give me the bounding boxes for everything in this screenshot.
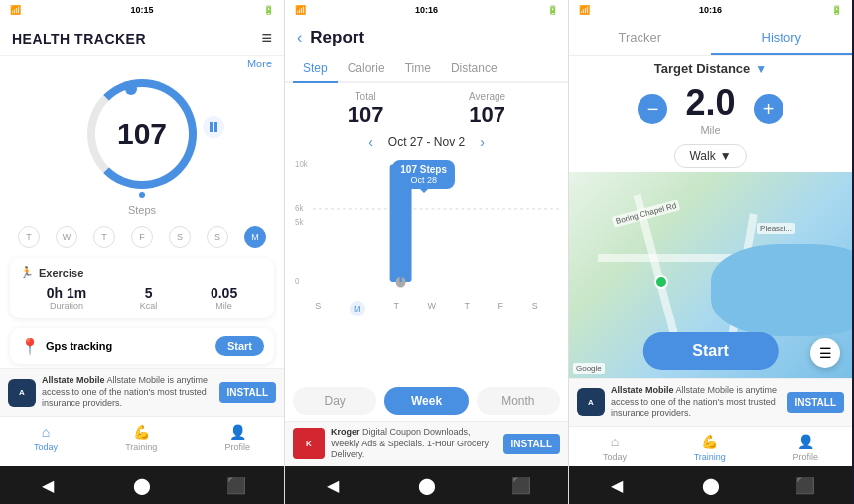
total-stat: Total 107 (348, 91, 384, 128)
screen-2: ‹ Report Step Calorie Time Distance Tota… (285, 20, 568, 466)
distance-unit: Mile (685, 124, 735, 136)
svg-rect-0 (210, 122, 213, 132)
ad-text-3: Allstate Mobile Allstate Mobile is anyti… (611, 385, 782, 420)
gps-start-button[interactable]: Start (215, 336, 264, 356)
home-nav-3[interactable]: ⬤ (697, 471, 725, 499)
exercise-stats: 0h 1m Duration 5 Kcal 0.05 Mile (20, 285, 264, 311)
day-btn[interactable]: Day (293, 387, 376, 415)
steps-label: Steps (128, 204, 156, 216)
signal-icon-2: 📶 (295, 5, 306, 15)
back-nav-1[interactable]: ◀ (34, 471, 62, 499)
chart-area: 107 Steps Oct 28 10k 6k 5k 0 S M (285, 152, 568, 381)
tab-calorie[interactable]: Calorie (338, 56, 395, 81)
prev-date-arrow[interactable]: ‹ (368, 134, 373, 150)
back-nav-2[interactable]: ◀ (319, 471, 347, 499)
back-nav-3[interactable]: ◀ (603, 471, 631, 499)
dropdown-icon[interactable]: ▼ (755, 63, 767, 76)
tab-today-3[interactable]: ⌂ Today (603, 433, 627, 462)
p1-header: HEALTH TRACKER ≡ (0, 20, 284, 56)
status-right-1: 🔋 (263, 5, 274, 15)
phone-1: 📶 10:15 🔋 HEALTH TRACKER ≡ More 107 Step… (0, 0, 284, 504)
tab-time[interactable]: Time (395, 56, 441, 81)
plus-button[interactable]: + (754, 94, 783, 124)
bottom-tabs-3: ⌂ Today 💪 Training 👤 Profile (569, 426, 852, 466)
date-nav: ‹ Oct 27 - Nov 2 › (285, 132, 568, 152)
chart-tooltip: 107 Steps Oct 28 (392, 160, 455, 189)
tab-profile-1[interactable]: 👤 Profile (224, 423, 250, 452)
nav-bar-3: ◀ ⬤ ⬛ (569, 466, 852, 504)
day-w-label: W (427, 301, 436, 316)
signal-icon-3: 📶 (579, 5, 590, 15)
month-btn[interactable]: Month (477, 387, 560, 415)
exercise-card: 🏃 Exercise 0h 1m Duration 5 Kcal 0.05 Mi… (10, 258, 274, 318)
map-water (711, 244, 853, 337)
time-3: 10:16 (699, 5, 722, 15)
pause-button[interactable] (203, 116, 224, 138)
profile-icon-3: 👤 (796, 433, 814, 450)
target-label: Target Distance (654, 62, 751, 76)
tab-training-3[interactable]: 💪 Training (694, 433, 726, 462)
status-bar-2: 📶 10:16 🔋 (285, 0, 568, 20)
report-tabs: Step Calorie Time Distance (285, 56, 568, 83)
install-button-3[interactable]: INSTALL (787, 392, 844, 413)
dot-indicator (139, 192, 145, 198)
menu-icon[interactable]: ≡ (261, 28, 272, 49)
day-S2[interactable]: S (207, 226, 228, 248)
tab-training-1[interactable]: 💪 Training (125, 423, 157, 452)
status-left-3: 📶 (579, 5, 590, 15)
next-date-arrow[interactable]: › (480, 134, 485, 150)
walk-button[interactable]: Walk ▼ (674, 144, 746, 168)
day-t-label-2: T (465, 301, 471, 316)
chart-x-labels: S M T W T F S (293, 299, 560, 318)
map-area: Boring Chapel Rd Pleasai... Start ☰ Goog… (569, 172, 852, 378)
install-button-2[interactable]: INSTALL (503, 434, 560, 454)
recent-nav-3[interactable]: ⬛ (791, 471, 819, 499)
days-row: T W T F S S M (0, 222, 284, 252)
battery-icon-3: 🔋 (831, 5, 842, 15)
tab-step[interactable]: Step (293, 56, 338, 81)
home-nav-1[interactable]: ⬤ (128, 471, 156, 499)
day-m-label: M (350, 301, 365, 316)
day-S1[interactable]: S (169, 226, 191, 248)
day-T2[interactable]: T (93, 226, 115, 248)
google-badge: Google (573, 363, 605, 374)
day-F[interactable]: F (131, 226, 153, 248)
history-tab[interactable]: History (711, 20, 853, 55)
home-icon-1: ⌂ (37, 423, 55, 441)
ad-logo-1: A (8, 379, 36, 407)
start-button-3[interactable]: Start (642, 332, 778, 370)
tab-distance[interactable]: Distance (441, 56, 507, 81)
day-W[interactable]: W (56, 226, 77, 248)
svg-text:6k: 6k (295, 203, 304, 213)
steps-ring: 107 (87, 79, 197, 189)
day-M[interactable]: M (244, 226, 266, 248)
svg-text:10k: 10k (295, 158, 309, 168)
day-T1[interactable]: T (18, 226, 40, 248)
bottom-tabs-1: ⌂ Today 💪 Training 👤 Profile (0, 416, 284, 456)
back-button-2[interactable]: ‹ (297, 29, 302, 47)
svg-rect-1 (214, 122, 217, 132)
minus-button[interactable]: − (638, 94, 667, 124)
signal-icon: 📶 (10, 5, 21, 15)
training-icon-1: 💪 (132, 423, 150, 441)
ad-logo-3: A (577, 388, 605, 416)
recent-nav-2[interactable]: ⬛ (507, 471, 535, 499)
day-s-label: S (315, 301, 321, 316)
distance-value: 2.0 (685, 82, 735, 124)
more-link[interactable]: More (247, 58, 272, 69)
tab-today-1[interactable]: ⌂ Today (34, 423, 58, 452)
svg-text:5k: 5k (295, 217, 304, 227)
status-right-3: 🔋 (831, 5, 842, 15)
date-range: Oct 27 - Nov 2 (388, 135, 465, 149)
nav-bar-2: ◀ ⬤ ⬛ (285, 466, 568, 504)
exercise-icon: 🏃 (20, 266, 34, 279)
tab-profile-3[interactable]: 👤 Profile (793, 433, 819, 462)
map-list-icon[interactable]: ☰ (810, 338, 840, 368)
tracker-tab[interactable]: Tracker (569, 20, 711, 55)
recent-nav-1[interactable]: ⬛ (222, 471, 250, 499)
duration-stat: 0h 1m Duration (47, 285, 86, 311)
install-button-1[interactable]: INSTALL (219, 382, 276, 403)
week-btn[interactable]: Week (384, 387, 468, 415)
app-title: HEALTH TRACKER (12, 31, 146, 47)
home-nav-2[interactable]: ⬤ (413, 471, 441, 499)
